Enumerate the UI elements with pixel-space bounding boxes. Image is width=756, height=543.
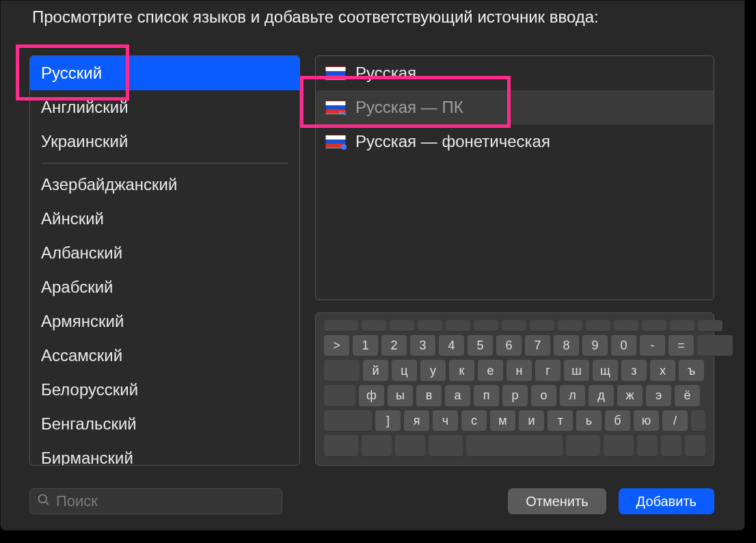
- keyboard-key: ж: [617, 385, 643, 407]
- keyboard-key: [418, 320, 442, 332]
- keyboard-key: [474, 320, 498, 332]
- language-item[interactable]: Бирманский: [30, 441, 299, 466]
- keyboard-key: ю: [634, 410, 659, 432]
- keyboard-key: [324, 435, 358, 457]
- keyboard-key: [691, 410, 705, 432]
- svg-line-1: [46, 502, 49, 505]
- keyboard-key: я: [404, 410, 429, 432]
- keyboard-key: т: [548, 410, 573, 432]
- keyboard-key: [698, 320, 723, 332]
- keyboard-key: [558, 320, 582, 332]
- keyboard-key: [661, 435, 681, 457]
- keyboard-key: ь: [576, 410, 602, 432]
- input-source-item[interactable]: Русская: [316, 56, 714, 90]
- keyboard-key: з: [621, 360, 647, 382]
- keyboard-key: [324, 385, 355, 407]
- keyboard-key: 9: [582, 335, 608, 357]
- keyboard-key: ]: [375, 410, 401, 432]
- input-source-list[interactable]: РусскаяРусская — ПКРусская — фонетическа…: [315, 55, 714, 300]
- language-item[interactable]: Айнский: [30, 202, 299, 236]
- language-item[interactable]: Армянский: [30, 304, 299, 339]
- keyboard-key: 8: [554, 335, 579, 357]
- language-item[interactable]: Украинский: [30, 124, 299, 159]
- search-field[interactable]: [29, 488, 282, 514]
- keyboard-key: ш: [564, 360, 589, 382]
- keyboard-preview: >1234567890-=йцукенгшщзхъфывапролджэё]яч…: [315, 313, 714, 466]
- add-button[interactable]: Добавить: [619, 488, 714, 514]
- search-icon: [37, 493, 51, 509]
- keyboard-key: в: [416, 385, 442, 407]
- keyboard-key: [685, 435, 705, 457]
- keyboard-key: а: [445, 385, 470, 407]
- keyboard-key: 3: [410, 335, 435, 357]
- keyboard-key: м: [490, 410, 515, 432]
- keyboard-key: [642, 320, 666, 332]
- keyboard-key: [604, 435, 634, 457]
- keyboard-key: [637, 435, 658, 457]
- keyboard-key: х: [650, 360, 675, 382]
- keyboard-key: ъ: [679, 360, 704, 382]
- keyboard-key: к: [449, 360, 474, 382]
- keyboard-key: =: [669, 335, 694, 357]
- keyboard-key: [446, 320, 470, 332]
- input-source-item[interactable]: Русская — ПК: [316, 90, 714, 124]
- language-item[interactable]: Английский: [30, 90, 299, 124]
- keyboard-key: б: [605, 410, 630, 432]
- keyboard-key: с: [461, 410, 487, 432]
- keyboard-key: [502, 320, 526, 332]
- keyboard-key: 6: [496, 335, 522, 357]
- keyboard-key: [530, 320, 554, 332]
- language-item[interactable]: Арабский: [30, 270, 299, 304]
- language-separator: [41, 163, 288, 163]
- add-input-source-dialog: Просмотрите список языков и добавьте соо…: [0, 0, 745, 531]
- keyboard-key: й: [363, 360, 388, 382]
- keyboard-key: е: [478, 360, 503, 382]
- keyboard-key: [566, 435, 600, 457]
- keyboard-key: [324, 320, 358, 332]
- flag-icon: [325, 101, 346, 114]
- keyboard-key: >: [324, 335, 349, 357]
- dialog-instruction: Просмотрите список языков и добавьте соо…: [32, 8, 599, 27]
- keyboard-key: [429, 435, 463, 457]
- keyboard-key: [362, 435, 392, 457]
- cancel-button[interactable]: Отменить: [508, 488, 606, 514]
- keyboard-key: п: [474, 385, 499, 407]
- keyboard-key: 7: [525, 335, 550, 357]
- keyboard-key: э: [646, 385, 671, 407]
- keyboard-key: [395, 435, 425, 457]
- keyboard-key: н: [507, 360, 532, 382]
- language-item[interactable]: Албанский: [30, 236, 299, 270]
- keyboard-key: 1: [353, 335, 378, 357]
- keyboard-key: [614, 320, 638, 332]
- input-source-item[interactable]: Русская — фонетическая: [316, 124, 714, 159]
- language-item[interactable]: Бенгальский: [30, 407, 299, 441]
- keyboard-key: 0: [611, 335, 636, 357]
- keyboard-key: л: [560, 385, 585, 407]
- input-source-label: Русская — ПК: [355, 98, 463, 117]
- keyboard-key: [670, 320, 694, 332]
- search-input[interactable]: [56, 492, 275, 510]
- keyboard-key: и: [519, 410, 544, 432]
- keyboard-key: о: [531, 385, 556, 407]
- language-item[interactable]: Русский: [30, 56, 299, 90]
- keyboard-key: щ: [593, 360, 618, 382]
- language-item[interactable]: Белорусский: [30, 373, 299, 407]
- keyboard-key: [697, 335, 733, 357]
- input-source-label: Русская — фонетическая: [355, 132, 550, 151]
- keyboard-key: [466, 435, 563, 457]
- keyboard-key: [586, 320, 610, 332]
- keyboard-key: 5: [468, 335, 493, 357]
- keyboard-key: -: [640, 335, 665, 357]
- language-item[interactable]: Азербайджанский: [30, 168, 299, 202]
- flag-icon: [325, 66, 346, 80]
- keyboard-key: д: [589, 385, 614, 407]
- keyboard-key: [324, 360, 360, 382]
- keyboard-key: 2: [381, 335, 407, 357]
- language-item[interactable]: Ассамский: [30, 339, 299, 373]
- keyboard-key: 4: [439, 335, 464, 357]
- keyboard-key: ы: [388, 385, 413, 407]
- keyboard-key: [324, 410, 372, 432]
- keyboard-key: /: [662, 410, 688, 432]
- svg-point-0: [39, 495, 47, 503]
- language-list[interactable]: РусскийАнглийскийУкраинскийАзербайджанск…: [29, 55, 300, 466]
